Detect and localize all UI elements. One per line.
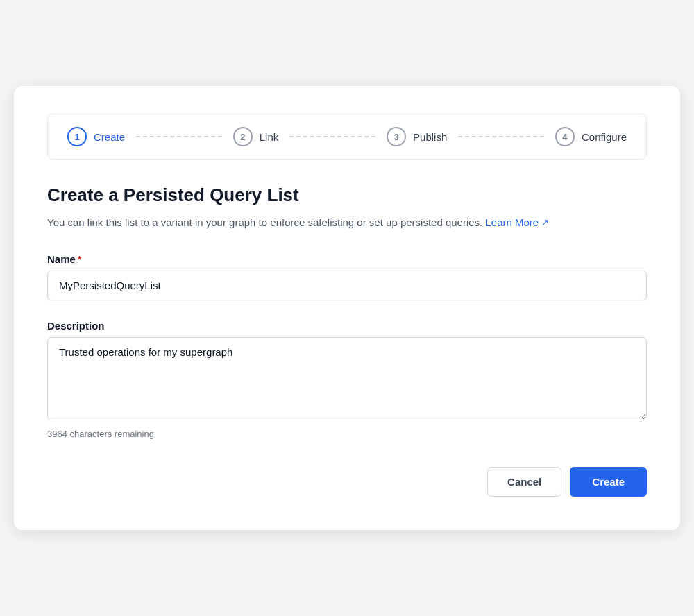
step-3: 3 Publish (387, 127, 447, 146)
description-label: Description (47, 320, 647, 332)
name-field-group: Name * (47, 253, 647, 300)
step-divider-1 (136, 136, 222, 137)
step-2-circle: 2 (233, 127, 253, 146)
char-count: 3964 characters remaining (47, 429, 647, 439)
step-3-label: Publish (413, 131, 447, 143)
step-2-label: Link (260, 131, 279, 143)
create-query-list-modal: 1 Create 2 Link 3 Publish 4 Configure Cr… (14, 86, 680, 530)
description-input[interactable] (47, 337, 647, 420)
name-label: Name * (47, 253, 647, 265)
cancel-button[interactable]: Cancel (487, 467, 561, 497)
button-row: Cancel Create (47, 467, 647, 497)
external-link-icon: ↗ (541, 216, 549, 230)
step-2: 2 Link (233, 127, 279, 146)
step-divider-3 (458, 136, 544, 137)
name-input[interactable] (47, 271, 647, 300)
stepper: 1 Create 2 Link 3 Publish 4 Configure (47, 114, 647, 160)
create-button[interactable]: Create (570, 467, 647, 497)
step-1-label: Create (94, 131, 125, 143)
name-required-star: * (78, 254, 81, 265)
step-divider-2 (289, 136, 375, 137)
step-4-label: Configure (582, 131, 627, 143)
step-3-circle: 3 (387, 127, 406, 146)
page-description: You can link this list to a variant in y… (47, 214, 647, 231)
step-4: 4 Configure (555, 127, 627, 146)
step-1: 1 Create (67, 127, 125, 146)
description-field-group: Description 3964 characters remaining (47, 320, 647, 439)
step-1-circle: 1 (67, 127, 87, 146)
step-4-circle: 4 (555, 127, 575, 146)
page-title: Create a Persisted Query List (47, 185, 647, 206)
learn-more-link[interactable]: Learn More ↗ (485, 214, 549, 231)
